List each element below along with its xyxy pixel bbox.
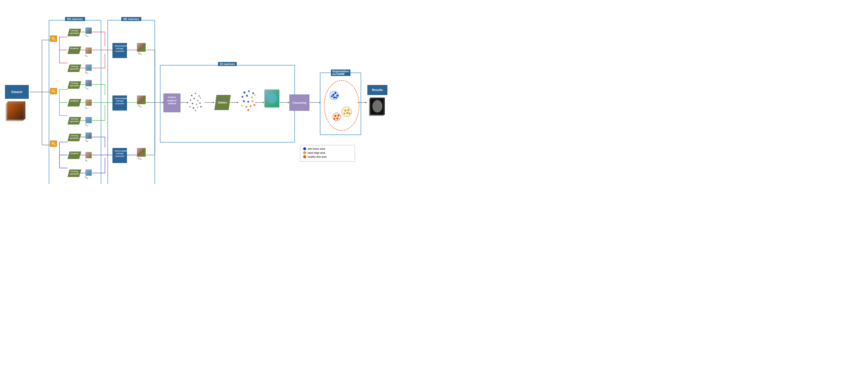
svg-point-108 [331,95,333,97]
svg-point-115 [349,113,350,115]
clustering-label: Clustering [293,101,306,104]
ns-matrixes-label: NS matrixes [65,17,85,21]
svg-marker-71 [365,102,367,103]
svg-point-74 [198,95,200,97]
legend-item-healthy-skin: healthy skin area [303,155,352,158]
gradient-r1: Gradient [67,47,81,54]
svg-point-99 [250,105,252,107]
closing-op-t-r1: Closingoperation [67,29,81,36]
svg-point-100 [253,104,255,106]
svg-point-110 [342,107,352,117]
svg-point-81 [199,102,201,104]
svg-point-109 [335,97,337,98]
svg-point-85 [200,106,202,108]
svg-point-76 [193,98,195,99]
legend-dot-healthy-skin [303,155,306,158]
thumb-f-g1 [86,117,92,123]
ne-converter-g: Neutrosophicentropyconverter [113,95,127,111]
label-e-r1: ER₁ [138,52,142,55]
svg-point-82 [189,106,191,108]
svg-point-84 [197,107,198,108]
feature-augment-label: Featureaugmentmethod [167,96,177,105]
thumb-t-r1 [86,28,92,34]
svg-point-79 [192,103,193,104]
r1-channel: R1 [50,35,57,42]
thumb-i-g1 [86,99,92,106]
label-t-b1: TB₁ [85,139,88,142]
feature-augment-block: Featureaugmentmethod [163,93,181,112]
results-label: Results [372,88,383,92]
lesion-image [265,90,279,108]
dilation-label: Dilation [218,101,227,104]
svg-point-112 [347,109,349,111]
legend-dot-band-edge [303,151,306,154]
svg-point-92 [251,97,253,98]
g1-channel: G1 [50,88,57,94]
label-e-g1: EG₁ [138,104,142,108]
svg-point-72 [191,95,192,96]
svg-point-114 [344,113,345,115]
closing-op-f-r1: Closingoperation [67,64,81,72]
svg-point-86 [195,110,196,111]
legend: skin lesion area band edge area healthy … [300,145,355,161]
svg-point-83 [193,107,194,109]
legend-item-skin-lesion: skin lesion area [303,147,352,150]
dot-cloud-2 [240,89,257,114]
svg-point-78 [200,97,201,98]
thumb-f-r1 [86,64,92,71]
svg-point-117 [334,115,336,117]
svg-point-105 [334,92,336,94]
svg-point-95 [247,101,249,103]
closing-op-t-b1: Closingoperation [67,134,81,141]
thumb-e-b1 [137,148,146,157]
label-f-r1: FR₁ [85,71,89,74]
svg-point-91 [246,95,248,97]
svg-point-104 [332,94,334,96]
svg-point-113 [346,112,348,114]
svg-point-89 [252,92,254,94]
svg-point-120 [334,118,335,120]
svg-point-94 [243,100,245,102]
dataset-box: Dataset [5,85,29,99]
label-i-r1: IR₁ [85,54,88,57]
thumb-f-b1 [86,170,92,176]
label-e-b1: EB₁ [138,157,142,160]
svg-point-118 [337,115,339,117]
svg-point-88 [248,91,250,92]
thumb-i-b1 [86,152,92,158]
svg-point-75 [190,99,191,101]
label-f-b1: FB₁ [85,176,88,179]
svg-point-106 [336,94,338,96]
svg-point-111 [344,110,346,112]
label-f-g1: FG₁ [85,123,89,127]
legend-label-healthy-skin: healthy skin area [308,155,327,158]
thumb-e-r1 [137,43,146,52]
closing-op-f-g1: Closingoperation [67,117,81,124]
results-box: Results [367,85,388,95]
dot-cloud-1 [188,91,203,113]
svg-point-90 [242,96,243,98]
closing-op-t-g1: Closingoperation [67,81,81,89]
svg-point-102 [324,81,359,130]
label-i-b1: IB₁ [85,158,88,162]
ne-converter-b: Neutrosophicentropyconverter [113,148,127,163]
closing-op-f-b1: Closingoperation [67,170,81,177]
svg-point-119 [336,118,338,120]
svg-point-93 [254,94,256,96]
main-diagram: Dataset NS matrixes NE matrixes DI matri… [0,0,434,184]
svg-point-116 [333,113,341,121]
legend-item-band-edge: band edge area [303,151,352,154]
svg-point-98 [245,106,247,108]
svg-point-73 [195,93,196,94]
ne-converter-r: Neutrosophicentropyconverter [113,43,127,58]
thumb-i-r1 [86,48,92,54]
thumb-t-b1 [86,132,92,139]
gradient-b1: Gradient [67,152,81,159]
svg-point-87 [243,92,245,93]
svg-point-97 [241,105,243,107]
thumb-t-g1 [86,80,92,86]
di-matrixes-label: DI matrixes [218,62,237,66]
label-t-r1: TR₁ [85,34,89,37]
gradient-g1: Gradient [67,99,81,106]
label-i-g1: IG₁ [85,106,88,109]
